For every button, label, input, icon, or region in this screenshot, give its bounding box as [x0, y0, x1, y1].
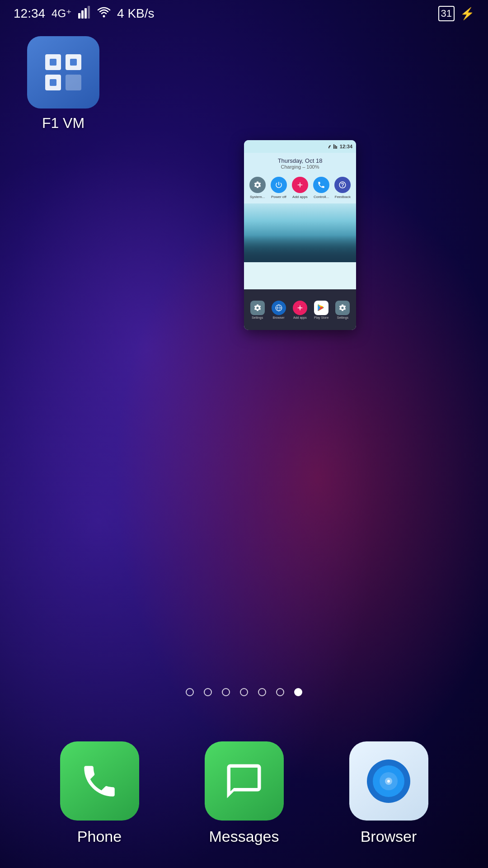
feedback-icon	[334, 177, 351, 193]
widget-header: Thursday, Oct 18 Charging – 100%	[244, 153, 356, 172]
svg-point-12	[328, 147, 329, 148]
dock-playstore-label: Play Store	[314, 316, 328, 319]
svg-rect-15	[336, 146, 337, 149]
dock-playstore-icon	[314, 301, 328, 315]
dot-2[interactable]	[204, 688, 212, 696]
control-label: Controll...	[314, 195, 329, 199]
widget-actions: System... Power off Add apps Controll...…	[244, 172, 356, 203]
network-indicator: 4G⁺	[52, 7, 72, 20]
dock-browser[interactable]: Browser	[349, 741, 428, 845]
addapps-icon	[292, 177, 308, 193]
status-bar: 12:34 4G⁺ 4 KB/s 31 ⚡	[0, 0, 488, 27]
svg-point-21	[387, 780, 390, 783]
svg-rect-14	[335, 145, 336, 149]
widget-action-addapps[interactable]: Add apps	[292, 177, 308, 199]
addapps-label: Add apps	[292, 195, 308, 199]
svg-rect-13	[333, 144, 334, 149]
dock-addapps2-label: Add apps	[293, 316, 307, 319]
widget-dock-playstore[interactable]: Play Store	[314, 301, 328, 319]
widget-time: 12:34	[340, 144, 352, 149]
browser-icon	[349, 741, 428, 821]
widget-action-system[interactable]: System...	[249, 177, 266, 199]
widget-action-feedback[interactable]: Feedback	[334, 177, 351, 199]
bottom-dock: Phone Messages Browser	[0, 741, 488, 845]
f1vm-icon	[27, 36, 99, 108]
browser-label: Browser	[361, 828, 417, 845]
svg-point-4	[103, 15, 105, 17]
charging-icon: ⚡	[460, 7, 474, 21]
svg-rect-0	[78, 13, 80, 19]
svg-rect-10	[70, 59, 77, 66]
speed: 4 KB/s	[117, 6, 154, 21]
messages-label: Messages	[209, 828, 279, 845]
svg-rect-8	[66, 75, 81, 90]
phone-icon	[60, 741, 139, 821]
dot-4[interactable]	[240, 688, 248, 696]
messages-icon	[205, 741, 284, 821]
time: 12:34	[14, 6, 45, 21]
dock-messages[interactable]: Messages	[205, 741, 284, 845]
status-left: 12:34 4G⁺ 4 KB/s	[14, 6, 155, 22]
widget-charge: Charging – 100%	[248, 164, 352, 170]
widget-date: Thursday, Oct 18	[248, 157, 352, 164]
page-dots	[0, 688, 488, 696]
poweroff-icon	[271, 177, 287, 193]
widget-landscape	[244, 203, 356, 262]
poweroff-label: Power off	[271, 195, 286, 199]
dot-7[interactable]	[294, 688, 302, 696]
widget-dock-settings2[interactable]: Settings	[335, 301, 350, 319]
widget-card[interactable]: 12:34 Thursday, Oct 18 Charging – 100% S…	[244, 140, 356, 330]
signal-icon	[78, 6, 91, 22]
battery-indicator: 31	[438, 6, 455, 21]
dock-phone[interactable]: Phone	[60, 741, 139, 845]
svg-rect-2	[84, 8, 87, 19]
dot-5[interactable]	[258, 688, 266, 696]
svg-rect-9	[50, 59, 56, 66]
wifi-icon	[97, 6, 111, 22]
dock-settings-icon	[250, 301, 265, 315]
svg-rect-11	[50, 79, 56, 86]
dot-1[interactable]	[186, 688, 194, 696]
dock-settings2-icon	[335, 301, 350, 315]
widget-statusbar: 12:34	[244, 140, 356, 153]
dock-settings2-label: Settings	[337, 316, 348, 319]
widget-dock-addapps2[interactable]: Add apps	[293, 301, 307, 319]
dock-addapps-icon	[293, 301, 307, 315]
control-icon	[313, 177, 329, 193]
svg-rect-3	[88, 6, 90, 19]
dot-3[interactable]	[222, 688, 230, 696]
dot-6[interactable]	[276, 688, 284, 696]
system-label: System...	[250, 195, 265, 199]
svg-rect-1	[81, 10, 84, 19]
dock-settings-label: Settings	[252, 316, 263, 319]
feedback-label: Feedback	[335, 195, 351, 199]
f1vm-app[interactable]: F1 VM	[23, 36, 104, 132]
widget-action-control[interactable]: Controll...	[313, 177, 329, 199]
widget-dock: Settings Browser Add apps Play	[244, 289, 356, 330]
status-right: 31 ⚡	[438, 6, 474, 21]
f1vm-label: F1 VM	[42, 115, 84, 132]
widget-dock-settings[interactable]: Settings	[250, 301, 265, 319]
widget-dock-browser[interactable]: Browser	[272, 301, 286, 319]
phone-label: Phone	[77, 828, 122, 845]
widget-action-poweroff[interactable]: Power off	[271, 177, 287, 199]
desktop-icons: F1 VM	[23, 36, 104, 132]
system-icon	[249, 177, 266, 193]
dock-browser-icon	[272, 301, 286, 315]
dock-browser-label: Browser	[273, 316, 285, 319]
